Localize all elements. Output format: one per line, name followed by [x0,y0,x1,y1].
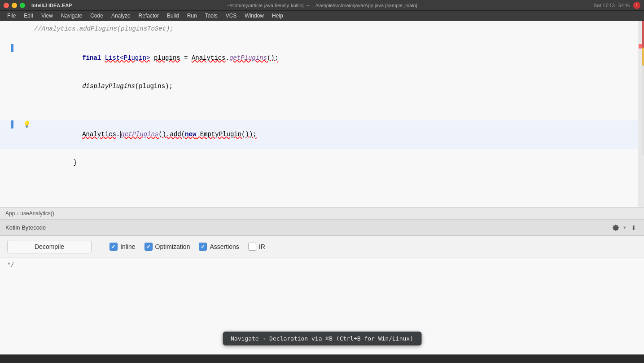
code-line-1: //Analytics.addPlugins(pluginsToSet); [0,24,644,34]
panel-icons: ▾ ⬇ [611,223,639,233]
placeholder-icon-1 [22,24,31,32]
code-line-6 [0,111,644,120]
placeholder-icon-3 [22,44,31,52]
dropdown-arrow: ▾ [623,225,626,230]
editor-scrollbar[interactable] [638,21,644,207]
code-line-3: final List<Plugin> plugins = Analytics.g… [0,44,644,72]
ir-checkbox[interactable] [248,243,256,251]
bytecode-content-area[interactable]: */ Navigate → Declaration via ⌘B (Ctrl+B… [0,257,644,354]
code-line-5 [0,101,644,111]
menu-analyze[interactable]: Analyze [108,12,134,20]
assertions-checkbox-item[interactable]: Assertions [199,243,239,251]
close-button[interactable] [4,3,9,8]
menu-code[interactable]: Code [87,12,107,20]
line-indicator-7 [11,120,13,128]
color-bar-error [642,21,644,48]
code-line-4: displayPlugins(plugins); [0,72,644,101]
bytecode-toolbar: Decompile Inline Optimization Assertions… [0,236,644,257]
title-bar-file-info: ~/scm/my/article-java-fiendly-kotlin] → … [227,3,417,8]
navigate-tooltip: Navigate → Declaration via ⌘B (Ctrl+B fo… [223,332,421,345]
inline-checkbox-item[interactable]: Inline [110,243,135,251]
code-text-1: //Analytics.addPlugins(pluginsToSet); [32,24,644,34]
time-display: Sat 17:13 [594,3,615,8]
bytecode-text: */ [7,261,637,268]
battery-display: 54 % [618,3,630,8]
breadcrumb-app[interactable]: App [5,210,15,217]
menu-file[interactable]: File [4,12,19,20]
title-bar: IntelliJ IDEA-EAP ~/scm/my/article-java-… [0,0,644,11]
line-gutter-3 [0,44,18,52]
breadcrumb-separator: › [17,210,18,217]
code-text-3: final List<Plugin> plugins = Analytics.g… [32,44,644,72]
optimization-label: Optimization [155,243,190,250]
inline-label: Inline [120,243,135,250]
menu-refactor[interactable]: Refactor [135,12,162,20]
line-spacer-7 [18,120,21,128]
line-indicator-3 [11,44,13,52]
color-bar-normal [642,66,644,155]
minimize-button[interactable] [12,3,17,8]
menu-window[interactable]: Window [241,12,267,20]
checkbox-group: Inline Optimization Assertions IR [110,243,265,251]
line-spacer-4 [18,72,21,80]
placeholder-icon-8 [22,149,31,157]
gear-icon[interactable] [611,223,621,233]
color-bar-warning [642,48,644,66]
code-content: //Analytics.addPlugins(pluginsToSet); fi… [0,21,644,177]
code-text-8: } [32,149,644,177]
decompile-button[interactable]: Decompile [7,240,92,253]
menu-view[interactable]: View [38,12,57,20]
code-line-2 [0,34,644,44]
download-icon[interactable]: ⬇ [629,223,639,233]
code-text-4: displayPlugins(plugins); [32,72,644,101]
menu-help[interactable]: Help [268,12,287,20]
inline-checkbox[interactable] [110,243,118,251]
line-spacer-8 [18,149,21,157]
assertions-checkbox[interactable] [199,243,207,251]
line-spacer-3 [18,44,21,52]
assertions-label: Assertions [210,243,239,250]
tooltip-text: Navigate → Declaration via ⌘B (Ctrl+B fo… [231,335,413,342]
color-bar [642,21,644,207]
panel-title: Kotlin Bytecode [5,224,46,231]
breadcrumb-bar: App › useAnalytics() [0,207,644,220]
breadcrumb-method[interactable]: useAnalytics() [20,210,54,217]
code-line-7: 💡 Analytics.getPlugins().add(new EmptyPl… [0,120,644,149]
kotlin-bytecode-panel: Kotlin Bytecode ▾ ⬇ Decompile Inline [0,220,644,354]
ir-checkbox-item[interactable]: IR [248,243,265,251]
title-bar-status: Sat 17:13 54 % ! [594,2,640,9]
line-gutter-7 [0,120,18,128]
error-badge: ! [633,2,640,9]
placeholder-icon-4 [22,72,31,80]
maximize-button[interactable] [20,3,25,8]
app-name: IntelliJ IDEA-EAP [31,3,72,8]
menu-edit[interactable]: Edit [20,12,37,20]
menu-bar: File Edit View Navigate Code Analyze Ref… [0,11,644,21]
menu-vcs[interactable]: VCS [222,12,241,20]
code-line-8: } [0,149,644,177]
menu-build[interactable]: Build [163,12,183,20]
menu-run[interactable]: Run [184,12,201,20]
code-text-7: Analytics.getPlugins().add(new EmptyPlug… [32,120,644,149]
panel-header: Kotlin Bytecode ▾ ⬇ [0,220,644,236]
optimization-checkbox[interactable] [145,243,153,251]
lightbulb-icon[interactable]: 💡 [22,120,31,128]
optimization-checkbox-item[interactable]: Optimization [145,243,190,251]
ir-label: IR [259,243,265,250]
menu-navigate[interactable]: Navigate [57,12,86,20]
line-indicator-1 [18,24,21,32]
menu-tools[interactable]: Tools [202,12,221,20]
code-editor[interactable]: //Analytics.addPlugins(pluginsToSet); fi… [0,21,644,207]
file-path: ~/scm/my/article-java-fiendly-kotlin] → … [227,3,417,8]
window-controls: IntelliJ IDEA-EAP [4,3,72,8]
